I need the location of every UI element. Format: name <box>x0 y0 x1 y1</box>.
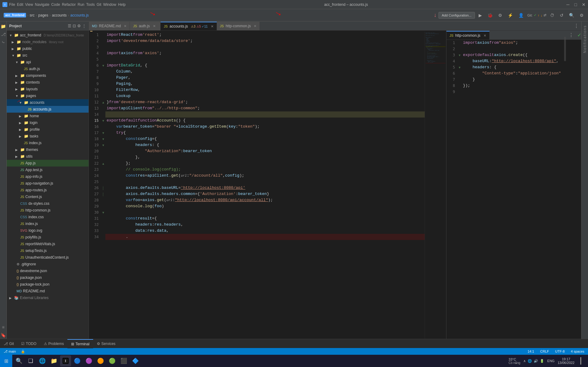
menu-help[interactable]: Help <box>118 2 126 7</box>
sidebar-collapse-icon[interactable]: ⊡ <box>73 24 76 28</box>
taskbar-intellij[interactable]: I <box>60 355 71 366</box>
right-tabs-more[interactable]: ⋮ <box>566 32 576 38</box>
windows-start-button[interactable]: ⊞ <box>0 355 12 367</box>
menu-window[interactable]: Window <box>103 2 116 7</box>
sidebar-item-layouts[interactable]: ▶ 📁 layouts <box>7 86 89 92</box>
sidebar-item-external-libraries[interactable]: ▶ 📚 External Libraries <box>7 294 89 301</box>
bottom-tab-todo[interactable]: ☑ TODO <box>17 339 40 348</box>
coverage-button[interactable]: ⚡ <box>506 12 515 19</box>
build-button[interactable]: ⚙ <box>496 12 504 19</box>
sidebar-item-app-info.js[interactable]: ▶ JS app-info.js <box>7 173 89 180</box>
notifications-label[interactable]: Notifications <box>582 23 588 55</box>
menu-navigate[interactable]: Navigate <box>35 2 49 7</box>
sidebar-item-tasks[interactable]: ▶ 📁 tasks <box>7 133 89 140</box>
sidebar-item-profile[interactable]: ▶ 📁 profile <box>7 126 89 133</box>
cursor-position[interactable]: 14:1 <box>526 350 535 353</box>
bottom-tab-git[interactable]: ⎇ Git <box>0 339 17 348</box>
sidebar-item-UnauthenticatedContent.js[interactable]: ▶ JS UnauthenticatedContent.js <box>7 254 89 261</box>
tab-close-auth[interactable]: ✕ <box>153 24 156 28</box>
sidebar-item-Content.js[interactable]: ▶ JS Content.js <box>7 193 89 200</box>
sidebar-item-package-lock.json[interactable]: ▶ {} package-lock.json <box>7 281 89 288</box>
system-clock[interactable]: 19:17 13/06/2022 <box>558 357 575 365</box>
menu-view[interactable]: View <box>25 2 33 7</box>
menu-file[interactable]: File <box>9 2 15 7</box>
sidebar-item-App.js[interactable]: ▶ JS App.js <box>7 160 89 167</box>
volume-icon[interactable]: 🔊 <box>534 359 538 363</box>
sidebar-item-accounts[interactable]: ▼ 📁 accounts → <box>7 99 89 106</box>
right-tab-http-common.js[interactable]: JS http-common.js ✕ <box>446 31 490 39</box>
fold-17[interactable]: ▼ <box>101 130 105 136</box>
sidebar-item-index.css[interactable]: ▶ CSS index.css <box>7 214 89 220</box>
sidebar-item-login[interactable]: ▶ 📁 login <box>7 119 89 126</box>
sidebar-settings-icon[interactable]: ⚙ <box>77 24 81 28</box>
search-button[interactable]: 🔍 <box>567 12 576 19</box>
taskbar-app-terminal[interactable]: ⬛ <box>118 355 129 366</box>
bottom-tab-services[interactable]: ⚙ Services <box>93 339 119 348</box>
taskbar-search[interactable]: 🔍 <box>13 355 25 366</box>
undo-button[interactable]: ↺ <box>558 12 565 19</box>
bookmarks-icon[interactable]: 🔖 <box>0 331 6 339</box>
bottom-tab-terminal[interactable]: ⊞ Terminal <box>67 339 93 348</box>
fold-31[interactable]: ▼ <box>101 209 105 215</box>
tab-http-common.js[interactable]: JS http-common.js ✕ <box>217 22 260 30</box>
tab-accounts.js[interactable]: JS accounts.js ⚠3 ⚠5 ✓11 ✕ <box>161 22 217 30</box>
menu-refactor[interactable]: Refactor <box>62 2 76 7</box>
tabs-more-button[interactable]: ⋮ <box>571 23 581 29</box>
sidebar-item-app-navigation.js[interactable]: ▶ JS app-navigation.js <box>7 180 89 187</box>
sidebar-item-node_modules[interactable]: ▶ 📁 node_modules library root <box>7 39 89 45</box>
taskbar-app-steam[interactable]: 🔵 <box>72 355 83 366</box>
taskbar-explorer[interactable]: 📁 <box>48 355 59 366</box>
taskbar-app-discord[interactable]: 🟣 <box>83 355 94 366</box>
breadcrumb-src[interactable]: src <box>30 13 35 17</box>
sidebar-item-README.md[interactable]: ▶ MD README.md <box>7 288 89 294</box>
sidebar-item-components[interactable]: ▶ 📁 components <box>7 72 89 79</box>
taskbar-app-other[interactable]: 🔷 <box>130 355 141 366</box>
tab-close-accounts[interactable]: ✕ <box>211 24 214 28</box>
taskbar-app-figma[interactable]: 🟠 <box>95 355 106 366</box>
fold-6[interactable]: ▼ <box>101 62 105 69</box>
pull-requests-icon[interactable]: ⤷ <box>1 39 6 46</box>
debug-button[interactable]: 🐞 <box>486 12 495 19</box>
sidebar-item-App.test.js[interactable]: ▶ JS App.test.js <box>7 167 89 173</box>
sidebar-item-app-routes.js[interactable]: ▶ JS app-routes.js <box>7 187 89 193</box>
git-branch-status[interactable]: ⎇ main <box>2 350 17 354</box>
menu-edit[interactable]: Edit <box>17 2 23 7</box>
sidebar-item-accounts.js[interactable]: ▶ JS accounts.js <box>7 106 89 113</box>
sidebar-item-home[interactable]: ▶ 📁 home <box>7 113 89 119</box>
tree-root[interactable]: ▼ 📁 acc_frontend D:\temp\20220613\acc_fr… <box>7 32 89 39</box>
tray-up-arrow[interactable]: ∧ <box>523 359 526 363</box>
taskbar-app-chrome[interactable]: 🟢 <box>107 355 118 366</box>
bottom-tab-problems[interactable]: ⚠ Problems <box>40 339 68 348</box>
menu-code[interactable]: Code <box>51 2 60 7</box>
run-button[interactable]: ▶ <box>477 12 484 19</box>
sidebar-expand-icon[interactable]: ☰ <box>68 24 71 28</box>
line-ending[interactable]: CRLF <box>539 350 550 353</box>
sidebar-item-public[interactable]: ▶ 📁 public <box>7 45 89 52</box>
sidebar-more-icon[interactable]: ⋮ <box>82 24 86 28</box>
sidebar-item-src[interactable]: ▼ 📁 src <box>7 52 89 59</box>
close-button[interactable]: ✕ <box>582 2 586 7</box>
sidebar-item-pages-index.js[interactable]: ▶ JS index.js <box>7 140 89 146</box>
fold-15[interactable]: ▼ <box>101 118 105 124</box>
breadcrumb-file[interactable]: accounts.js <box>70 13 89 17</box>
sidebar-item-pages[interactable]: ▼ 📁 pages <box>7 92 89 99</box>
sidebar-item-gitignore[interactable]: ▶ ⚙ .gitignore <box>7 261 89 268</box>
menu-tools[interactable]: Tools <box>86 2 95 7</box>
tab-close-readme[interactable]: ✕ <box>124 24 127 28</box>
down-arrow-icon[interactable]: ↓ <box>434 12 437 18</box>
sidebar-item-devextreme.json[interactable]: ▶ {} devextreme.json <box>7 268 89 274</box>
code-content[interactable]: import React from 'react'; import 'devex… <box>105 32 425 339</box>
tab-auth.js[interactable]: JS auth.js ✕ <box>130 22 161 30</box>
sidebar-item-utils[interactable]: ▶ 📁 utils <box>7 153 89 160</box>
sidebar-item-auth.js[interactable]: ▶ JS auth.js <box>7 66 89 72</box>
fold-18[interactable]: ▼ <box>101 136 105 142</box>
sidebar-item-contexts[interactable]: ▶ 📁 contexts <box>7 79 89 86</box>
structure-icon[interactable]: ≡ <box>1 324 5 331</box>
sidebar-item-src-index.js[interactable]: ▶ JS index.js <box>7 220 89 227</box>
language-selector[interactable]: ENG <box>546 359 556 363</box>
encoding[interactable]: UTF-8 <box>554 350 566 353</box>
taskbar-taskview[interactable]: ❑ <box>25 355 36 366</box>
breadcrumb-accounts[interactable]: accounts <box>52 13 67 17</box>
commit-icon[interactable]: ⎇ <box>0 31 6 38</box>
history-button[interactable]: ⏱ <box>548 12 556 19</box>
